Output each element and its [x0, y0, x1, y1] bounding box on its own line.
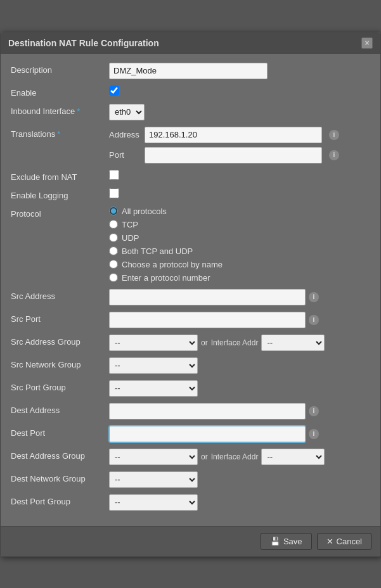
src-address-input[interactable] — [109, 289, 306, 305]
src-port-label: Src Port — [11, 312, 109, 324]
dest-address-row: Dest Address i — [11, 403, 370, 419]
src-address-row: Src Address i — [11, 289, 370, 305]
src-network-group-row: Src Network Group -- — [11, 357, 370, 374]
enable-control — [109, 86, 370, 96]
trans-address-label: Address — [109, 130, 141, 139]
dest-port-input[interactable] — [109, 426, 306, 442]
src-port-group-select[interactable]: -- — [109, 380, 198, 397]
src-port-group-row: Src Port Group -- — [11, 380, 370, 397]
trans-address-info-icon[interactable]: i — [329, 130, 339, 140]
dest-port-group-control: -- — [109, 494, 370, 511]
src-port-group-label: Src Port Group — [11, 380, 109, 392]
cancel-label: Cancel — [337, 537, 362, 546]
protocol-name-row: Choose a protocol by name — [109, 260, 223, 269]
exclude-nat-checkbox[interactable] — [109, 170, 119, 180]
protocol-udp-row: UDP — [109, 233, 223, 243]
trans-port-label: Port — [109, 150, 141, 160]
dialog-body: Description Enable Inbound Interface* et… — [1, 54, 380, 526]
dest-network-group-row: Dest Network Group -- — [11, 471, 370, 488]
translations-control: Address i Port i — [109, 127, 370, 163]
src-port-input[interactable] — [109, 312, 306, 328]
src-port-info-icon[interactable]: i — [309, 315, 319, 325]
cancel-button[interactable]: ✕ Cancel — [317, 533, 371, 550]
dest-port-control: i — [109, 426, 370, 442]
description-control — [109, 63, 370, 79]
dest-port-info-icon[interactable]: i — [309, 429, 319, 439]
dest-address-group-row: Dest Address Group -- or Interface Addr … — [11, 449, 370, 465]
protocol-number-row: Enter a protocol number — [109, 273, 223, 283]
src-address-group-select[interactable]: -- — [109, 335, 198, 351]
dest-port-group-row: Dest Port Group -- — [11, 494, 370, 511]
src-network-group-control: -- — [109, 357, 370, 374]
protocol-both-row: Both TCP and UDP — [109, 246, 223, 256]
src-address-label: Src Address — [11, 289, 109, 301]
protocol-name-label: Choose a protocol by name — [122, 260, 223, 269]
description-label: Description — [11, 63, 109, 75]
dest-address-info-icon[interactable]: i — [309, 406, 319, 416]
dialog-footer: 💾 Save ✕ Cancel — [1, 526, 380, 556]
dialog-title: Destination NAT Rule Configuration — [8, 38, 159, 48]
dest-network-group-select[interactable]: -- — [109, 471, 198, 488]
protocol-control: All protocols TCP UDP Both TCP and UDP — [109, 207, 370, 283]
protocol-number-radio[interactable] — [109, 273, 118, 282]
protocol-both-label: Both TCP and UDP — [122, 246, 193, 256]
trans-address-input[interactable] — [145, 127, 322, 143]
dest-address-label: Dest Address — [11, 403, 109, 415]
description-input[interactable] — [109, 63, 268, 79]
inbound-interface-control: eth0 eth1 eth2 — [109, 104, 370, 120]
protocol-row: Protocol All protocols TCP UDP — [11, 207, 370, 283]
src-network-group-label: Src Network Group — [11, 357, 109, 369]
close-button[interactable]: × — [361, 37, 373, 49]
src-port-control: i — [109, 312, 370, 328]
dest-address-input[interactable] — [109, 403, 306, 419]
dest-port-group-label: Dest Port Group — [11, 494, 109, 506]
trans-address-row: Address i — [109, 127, 339, 143]
src-network-group-select[interactable]: -- — [109, 357, 198, 374]
trans-port-info-icon[interactable]: i — [329, 150, 339, 160]
src-address-info-icon[interactable]: i — [309, 292, 319, 302]
save-label: Save — [283, 537, 302, 546]
exclude-nat-label: Exclude from NAT — [11, 170, 109, 182]
src-address-group-control: -- or Interface Addr -- — [109, 335, 370, 351]
protocol-udp-radio[interactable] — [109, 233, 118, 242]
exclude-nat-row: Exclude from NAT — [11, 170, 370, 182]
protocol-tcp-label: TCP — [122, 220, 138, 229]
src-interface-addr-label: Interface Addr — [211, 338, 259, 347]
dest-interface-addr-select[interactable]: -- — [261, 449, 325, 465]
protocol-udp-label: UDP — [122, 233, 139, 243]
enable-logging-row: Enable Logging — [11, 188, 370, 200]
protocol-tcp-radio[interactable] — [109, 220, 118, 229]
protocol-options: All protocols TCP UDP Both TCP and UDP — [109, 207, 223, 283]
src-address-group-label: Src Address Group — [11, 335, 109, 347]
protocol-all-label: All protocols — [122, 207, 167, 216]
dest-network-group-control: -- — [109, 471, 370, 488]
enable-logging-control — [109, 188, 370, 198]
protocol-all-radio[interactable] — [109, 207, 118, 215]
protocol-all-row: All protocols — [109, 207, 223, 216]
dest-address-group-label: Dest Address Group — [11, 449, 109, 461]
protocol-both-radio[interactable] — [109, 246, 118, 255]
dialog-container: Destination NAT Rule Configuration × Des… — [0, 32, 381, 557]
save-button[interactable]: 💾 Save — [261, 533, 312, 550]
protocol-name-radio[interactable] — [109, 260, 118, 269]
cancel-icon: ✕ — [326, 537, 333, 546]
enable-logging-label: Enable Logging — [11, 188, 109, 200]
dest-address-group-control: -- or Interface Addr -- — [109, 449, 370, 465]
enable-logging-checkbox[interactable] — [109, 188, 119, 198]
dest-or-label: or — [201, 452, 208, 461]
dest-port-group-select[interactable]: -- — [109, 494, 198, 511]
dest-port-row: Dest Port i — [11, 426, 370, 442]
dest-address-group-select[interactable]: -- — [109, 449, 198, 465]
protocol-tcp-row: TCP — [109, 220, 223, 229]
src-address-control: i — [109, 289, 370, 305]
trans-port-input[interactable] — [145, 147, 322, 163]
enable-checkbox[interactable] — [109, 86, 119, 96]
src-interface-addr-select[interactable]: -- — [261, 335, 325, 351]
translations-row: Translations* Address i Port i — [11, 127, 370, 163]
inbound-interface-select[interactable]: eth0 eth1 eth2 — [109, 104, 145, 120]
description-row: Description — [11, 63, 370, 79]
src-port-group-control: -- — [109, 380, 370, 397]
save-icon: 💾 — [270, 537, 280, 546]
dialog-title-bar: Destination NAT Rule Configuration × — [1, 32, 380, 54]
enable-label: Enable — [11, 86, 109, 98]
